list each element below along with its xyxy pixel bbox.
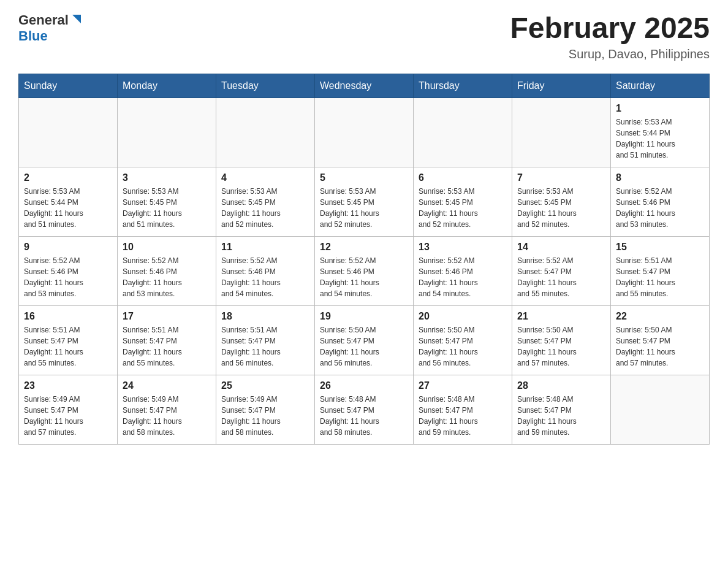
calendar-cell: 17Sunrise: 5:51 AM Sunset: 5:47 PM Dayli… bbox=[118, 305, 216, 375]
calendar-cell: 9Sunrise: 5:52 AM Sunset: 5:46 PM Daylig… bbox=[19, 236, 118, 305]
calendar-cell bbox=[512, 98, 611, 167]
calendar-body: 1Sunrise: 5:53 AM Sunset: 5:44 PM Daylig… bbox=[19, 98, 710, 444]
day-info: Sunrise: 5:52 AM Sunset: 5:46 PM Dayligh… bbox=[616, 186, 704, 230]
day-info: Sunrise: 5:48 AM Sunset: 5:47 PM Dayligh… bbox=[320, 394, 408, 438]
day-number: 17 bbox=[123, 311, 211, 322]
day-info: Sunrise: 5:50 AM Sunset: 5:47 PM Dayligh… bbox=[517, 324, 605, 369]
header-thursday: Thursday bbox=[414, 74, 512, 98]
day-info: Sunrise: 5:51 AM Sunset: 5:47 PM Dayligh… bbox=[221, 324, 309, 369]
calendar-week-row: 2Sunrise: 5:53 AM Sunset: 5:44 PM Daylig… bbox=[19, 167, 710, 236]
day-info: Sunrise: 5:53 AM Sunset: 5:45 PM Dayligh… bbox=[221, 186, 309, 230]
calendar-cell bbox=[216, 98, 315, 167]
calendar-cell: 7Sunrise: 5:53 AM Sunset: 5:45 PM Daylig… bbox=[512, 167, 611, 236]
day-number: 6 bbox=[419, 172, 507, 183]
day-number: 1 bbox=[616, 103, 704, 114]
day-info: Sunrise: 5:48 AM Sunset: 5:47 PM Dayligh… bbox=[419, 394, 507, 438]
logo-blue: Blue bbox=[18, 28, 48, 44]
calendar-week-row: 23Sunrise: 5:49 AM Sunset: 5:47 PM Dayli… bbox=[19, 375, 710, 444]
day-number: 15 bbox=[616, 242, 704, 253]
day-number: 7 bbox=[517, 172, 605, 183]
calendar-cell: 26Sunrise: 5:48 AM Sunset: 5:47 PM Dayli… bbox=[315, 375, 414, 444]
day-number: 20 bbox=[419, 311, 507, 322]
calendar-cell: 2Sunrise: 5:53 AM Sunset: 5:44 PM Daylig… bbox=[19, 167, 118, 236]
calendar-cell: 24Sunrise: 5:49 AM Sunset: 5:47 PM Dayli… bbox=[118, 375, 216, 444]
day-number: 22 bbox=[616, 311, 704, 322]
header-tuesday: Tuesday bbox=[216, 74, 315, 98]
calendar-cell: 21Sunrise: 5:50 AM Sunset: 5:47 PM Dayli… bbox=[512, 305, 611, 375]
calendar-week-row: 1Sunrise: 5:53 AM Sunset: 5:44 PM Daylig… bbox=[19, 98, 710, 167]
day-number: 27 bbox=[419, 380, 507, 391]
days-of-week-row: Sunday Monday Tuesday Wednesday Thursday… bbox=[19, 74, 710, 98]
day-number: 10 bbox=[123, 242, 211, 253]
calendar-cell: 13Sunrise: 5:52 AM Sunset: 5:46 PM Dayli… bbox=[414, 236, 512, 305]
header-saturday: Saturday bbox=[611, 74, 710, 98]
day-info: Sunrise: 5:53 AM Sunset: 5:44 PM Dayligh… bbox=[616, 117, 704, 161]
day-info: Sunrise: 5:52 AM Sunset: 5:47 PM Dayligh… bbox=[517, 255, 605, 299]
day-number: 12 bbox=[320, 242, 408, 253]
calendar-cell: 20Sunrise: 5:50 AM Sunset: 5:47 PM Dayli… bbox=[414, 305, 512, 375]
day-info: Sunrise: 5:50 AM Sunset: 5:47 PM Dayligh… bbox=[616, 324, 704, 369]
day-info: Sunrise: 5:49 AM Sunset: 5:47 PM Dayligh… bbox=[123, 394, 211, 438]
calendar-cell: 12Sunrise: 5:52 AM Sunset: 5:46 PM Dayli… bbox=[315, 236, 414, 305]
page-header: General Blue February 2025 Surup, Davao,… bbox=[18, 12, 710, 61]
logo-triangle-icon bbox=[70, 12, 83, 26]
day-info: Sunrise: 5:53 AM Sunset: 5:45 PM Dayligh… bbox=[320, 186, 408, 230]
calendar-cell: 23Sunrise: 5:49 AM Sunset: 5:47 PM Dayli… bbox=[19, 375, 118, 444]
calendar-cell bbox=[19, 98, 118, 167]
day-info: Sunrise: 5:52 AM Sunset: 5:46 PM Dayligh… bbox=[419, 255, 507, 299]
calendar-header: Sunday Monday Tuesday Wednesday Thursday… bbox=[19, 74, 710, 98]
day-number: 14 bbox=[517, 242, 605, 253]
day-info: Sunrise: 5:52 AM Sunset: 5:46 PM Dayligh… bbox=[320, 255, 408, 299]
calendar-cell: 27Sunrise: 5:48 AM Sunset: 5:47 PM Dayli… bbox=[414, 375, 512, 444]
calendar-cell: 22Sunrise: 5:50 AM Sunset: 5:47 PM Dayli… bbox=[611, 305, 710, 375]
day-number: 16 bbox=[24, 311, 112, 322]
day-info: Sunrise: 5:49 AM Sunset: 5:47 PM Dayligh… bbox=[24, 394, 112, 438]
day-number: 4 bbox=[221, 172, 309, 183]
day-info: Sunrise: 5:53 AM Sunset: 5:45 PM Dayligh… bbox=[517, 186, 605, 230]
header-monday: Monday bbox=[118, 74, 216, 98]
day-number: 18 bbox=[221, 311, 309, 322]
calendar-cell: 4Sunrise: 5:53 AM Sunset: 5:45 PM Daylig… bbox=[216, 167, 315, 236]
calendar-cell: 15Sunrise: 5:51 AM Sunset: 5:47 PM Dayli… bbox=[611, 236, 710, 305]
day-info: Sunrise: 5:53 AM Sunset: 5:45 PM Dayligh… bbox=[419, 186, 507, 230]
calendar-cell: 14Sunrise: 5:52 AM Sunset: 5:47 PM Dayli… bbox=[512, 236, 611, 305]
day-number: 25 bbox=[221, 380, 309, 391]
day-number: 13 bbox=[419, 242, 507, 253]
calendar-week-row: 9Sunrise: 5:52 AM Sunset: 5:46 PM Daylig… bbox=[19, 236, 710, 305]
day-info: Sunrise: 5:49 AM Sunset: 5:47 PM Dayligh… bbox=[221, 394, 309, 438]
day-info: Sunrise: 5:53 AM Sunset: 5:44 PM Dayligh… bbox=[24, 186, 112, 230]
day-number: 23 bbox=[24, 380, 112, 391]
day-info: Sunrise: 5:51 AM Sunset: 5:47 PM Dayligh… bbox=[616, 255, 704, 299]
day-number: 28 bbox=[517, 380, 605, 391]
calendar-cell: 18Sunrise: 5:51 AM Sunset: 5:47 PM Dayli… bbox=[216, 305, 315, 375]
calendar-week-row: 16Sunrise: 5:51 AM Sunset: 5:47 PM Dayli… bbox=[19, 305, 710, 375]
location-subtitle: Surup, Davao, Philippines bbox=[510, 47, 710, 61]
logo: General Blue bbox=[18, 12, 83, 44]
svg-marker-0 bbox=[72, 15, 81, 23]
day-number: 24 bbox=[123, 380, 211, 391]
calendar-cell bbox=[414, 98, 512, 167]
calendar-cell bbox=[315, 98, 414, 167]
day-info: Sunrise: 5:52 AM Sunset: 5:46 PM Dayligh… bbox=[123, 255, 211, 299]
day-info: Sunrise: 5:50 AM Sunset: 5:47 PM Dayligh… bbox=[320, 324, 408, 369]
calendar-cell: 25Sunrise: 5:49 AM Sunset: 5:47 PM Dayli… bbox=[216, 375, 315, 444]
calendar-cell bbox=[118, 98, 216, 167]
day-info: Sunrise: 5:50 AM Sunset: 5:47 PM Dayligh… bbox=[419, 324, 507, 369]
calendar-cell: 11Sunrise: 5:52 AM Sunset: 5:46 PM Dayli… bbox=[216, 236, 315, 305]
day-info: Sunrise: 5:51 AM Sunset: 5:47 PM Dayligh… bbox=[123, 324, 211, 369]
day-number: 21 bbox=[517, 311, 605, 322]
day-info: Sunrise: 5:52 AM Sunset: 5:46 PM Dayligh… bbox=[24, 255, 112, 299]
day-info: Sunrise: 5:53 AM Sunset: 5:45 PM Dayligh… bbox=[123, 186, 211, 230]
day-number: 5 bbox=[320, 172, 408, 183]
calendar-cell: 5Sunrise: 5:53 AM Sunset: 5:45 PM Daylig… bbox=[315, 167, 414, 236]
calendar-cell: 6Sunrise: 5:53 AM Sunset: 5:45 PM Daylig… bbox=[414, 167, 512, 236]
day-number: 3 bbox=[123, 172, 211, 183]
day-number: 2 bbox=[24, 172, 112, 183]
calendar-table: Sunday Monday Tuesday Wednesday Thursday… bbox=[18, 74, 710, 445]
day-number: 19 bbox=[320, 311, 408, 322]
day-info: Sunrise: 5:52 AM Sunset: 5:46 PM Dayligh… bbox=[221, 255, 309, 299]
day-number: 26 bbox=[320, 380, 408, 391]
header-wednesday: Wednesday bbox=[315, 74, 414, 98]
calendar-cell: 1Sunrise: 5:53 AM Sunset: 5:44 PM Daylig… bbox=[611, 98, 710, 167]
day-info: Sunrise: 5:51 AM Sunset: 5:47 PM Dayligh… bbox=[24, 324, 112, 369]
